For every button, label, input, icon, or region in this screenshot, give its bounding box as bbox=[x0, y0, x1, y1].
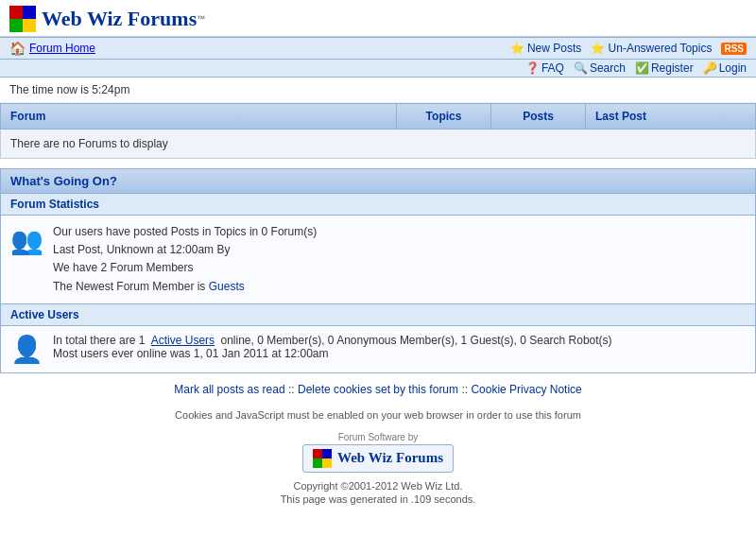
stat-line4-prefix: The Newest Forum Member is bbox=[53, 280, 205, 293]
faq-label: FAQ bbox=[541, 61, 564, 75]
stats-icon: 👥 bbox=[10, 225, 43, 256]
logo-green bbox=[9, 19, 23, 32]
logo-tm: ™ bbox=[197, 14, 205, 24]
logo-text: Web Wiz Forums bbox=[42, 7, 197, 31]
home-icon: 🏠 bbox=[9, 41, 26, 56]
stat-line1: Our users have posted Posts in Topics in… bbox=[53, 223, 317, 241]
active-users-link[interactable]: Active Users bbox=[151, 334, 215, 347]
section-title: What's Going On? bbox=[10, 174, 117, 188]
active-users-label: Active Users bbox=[10, 308, 79, 321]
powered-by-label: Forum Software by bbox=[8, 432, 748, 442]
register-label: Register bbox=[651, 61, 694, 75]
logo-block: Web Wiz Forums™ bbox=[9, 6, 205, 32]
col-last-post: Last Post bbox=[586, 104, 756, 130]
login-icon: 🔑 bbox=[703, 61, 717, 75]
nav-home[interactable]: 🏠 Forum Home bbox=[9, 41, 95, 56]
cookie-message: Cookies and JavaScript must be enabled o… bbox=[175, 409, 581, 421]
forum-stats-header: Forum Statistics bbox=[0, 194, 756, 216]
mini-logo-blue bbox=[322, 449, 332, 458]
stats-text: Our users have posted Posts in Topics in… bbox=[53, 223, 317, 296]
unanswered-label: Un-Answered Topics bbox=[609, 42, 713, 55]
col-topics: Topics bbox=[397, 104, 491, 130]
stats-block: 👥 Our users have posted Posts in Topics … bbox=[0, 216, 756, 304]
table-row: There are no Forums to display bbox=[1, 130, 756, 159]
logo-yellow bbox=[23, 19, 36, 32]
time-text: The time now is 5:24pm bbox=[9, 83, 129, 96]
sep1: :: bbox=[288, 383, 298, 396]
rss-badge[interactable]: RSS bbox=[721, 43, 747, 55]
nav-bar: 🏠 Forum Home ⭐ New Posts ⭐ Un-Answered T… bbox=[0, 37, 756, 60]
nav-right: ⭐ New Posts ⭐ Un-Answered Topics RSS bbox=[510, 42, 747, 55]
generated-text: This page was generated in .109 seconds. bbox=[281, 493, 476, 505]
register-link[interactable]: ✅ Register bbox=[635, 61, 694, 75]
no-forums-message: There are no Forums to display bbox=[1, 130, 756, 159]
active-users-text: In total there are 1 Active Users online… bbox=[53, 334, 612, 360]
login-label: Login bbox=[719, 61, 747, 75]
search-label: Search bbox=[590, 61, 626, 75]
stat-line3: We have 2 Forum Members bbox=[53, 259, 317, 277]
forum-home-link[interactable]: Forum Home bbox=[29, 42, 95, 55]
mini-logo-icon bbox=[313, 449, 332, 468]
unanswered-icon: ⭐ bbox=[591, 42, 605, 55]
spacer bbox=[0, 159, 756, 168]
active-line1-post: online, 0 Member(s), 0 Anonymous Member(… bbox=[220, 334, 611, 347]
brand-box: Web Wiz Forums bbox=[302, 444, 454, 473]
active-line1-pre: In total there are 1 bbox=[53, 334, 145, 347]
footer-cookie-text: Cookies and JavaScript must be enabled o… bbox=[0, 406, 756, 424]
active-line1: In total there are 1 Active Users online… bbox=[53, 334, 612, 347]
active-users-icon: 👤 bbox=[10, 334, 43, 365]
whats-going-on-header: What's Going On? bbox=[0, 168, 756, 194]
sep2: :: bbox=[461, 383, 471, 396]
stat-line2: Last Post, Unknown at 12:00am By bbox=[53, 241, 317, 259]
faq-icon: ❓ bbox=[525, 61, 540, 75]
mini-logo-green bbox=[313, 458, 322, 468]
col-forum: Forum bbox=[1, 104, 397, 130]
stat-line2-prefix: Last Post, Unknown at 12:00am By bbox=[53, 243, 230, 256]
stat-line4: The Newest Forum Member is Guests bbox=[53, 278, 317, 296]
new-posts-icon: ⭐ bbox=[510, 42, 524, 55]
footer-brand: Forum Software by Web Wiz Forums bbox=[0, 424, 756, 480]
unanswered-link[interactable]: ⭐ Un-Answered Topics bbox=[591, 42, 712, 55]
forum-table: Forum Topics Posts Last Post There are n… bbox=[0, 103, 756, 159]
col-posts: Posts bbox=[491, 104, 586, 130]
active-users-block: 👤 In total there are 1 Active Users onli… bbox=[0, 326, 756, 373]
guests-link[interactable]: Guests bbox=[209, 280, 245, 293]
logo-blue bbox=[23, 6, 36, 19]
top-links: ❓ FAQ 🔍 Search ✅ Register 🔑 Login bbox=[0, 60, 756, 78]
active-users-header: Active Users bbox=[0, 304, 756, 326]
new-posts-label: New Posts bbox=[527, 42, 581, 55]
mini-logo-red bbox=[313, 449, 322, 458]
copyright-text: Copyright ©2001-2012 Web Wiz Ltd. bbox=[293, 480, 462, 492]
search-link[interactable]: 🔍 Search bbox=[574, 61, 626, 75]
logo-red bbox=[9, 6, 23, 19]
brand-text: Web Wiz Forums bbox=[337, 450, 443, 466]
header: Web Wiz Forums™ bbox=[0, 0, 756, 37]
time-bar: The time now is 5:24pm bbox=[0, 78, 756, 103]
footer-links: Mark all posts as read :: Delete cookies… bbox=[0, 373, 756, 406]
register-icon: ✅ bbox=[635, 61, 649, 75]
footer-generated: This page was generated in .109 seconds. bbox=[0, 493, 756, 512]
faq-link[interactable]: ❓ FAQ bbox=[525, 61, 564, 75]
forum-table-header-row: Forum Topics Posts Last Post bbox=[1, 104, 756, 130]
login-link[interactable]: 🔑 Login bbox=[703, 61, 747, 75]
search-icon: 🔍 bbox=[574, 61, 588, 75]
new-posts-link[interactable]: ⭐ New Posts bbox=[510, 42, 582, 55]
logo-grid-icon bbox=[9, 6, 36, 32]
mark-all-link[interactable]: Mark all posts as read bbox=[174, 383, 284, 396]
active-line2: Most users ever online was 1, 01 Jan 201… bbox=[53, 347, 612, 360]
cookie-notice-link[interactable]: Cookie Privacy Notice bbox=[471, 383, 581, 396]
forum-stats-label: Forum Statistics bbox=[10, 198, 99, 211]
delete-cookies-link[interactable]: Delete cookies set by this forum bbox=[298, 383, 458, 396]
mini-logo-yellow bbox=[322, 458, 332, 468]
footer-copyright: Copyright ©2001-2012 Web Wiz Ltd. bbox=[0, 480, 756, 493]
